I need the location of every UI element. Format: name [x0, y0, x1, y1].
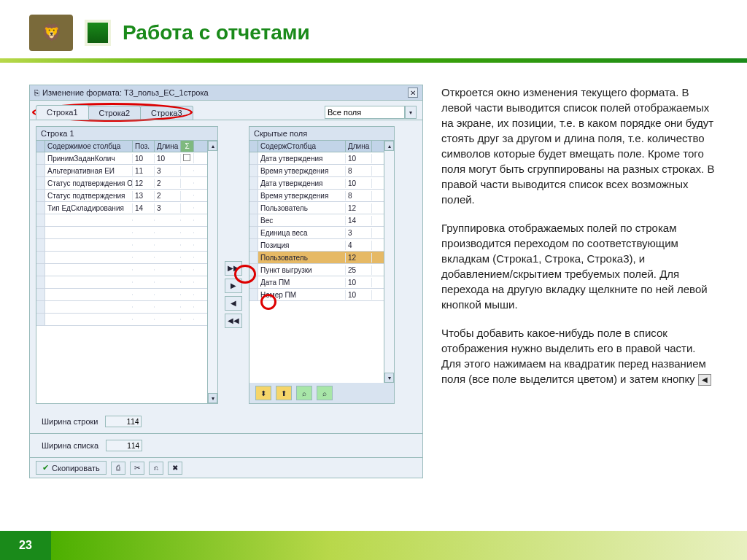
row-handle[interactable]	[36, 202, 45, 214]
row-handle[interactable]	[249, 252, 258, 263]
row-handle[interactable]	[36, 301, 45, 313]
table-row[interactable]	[36, 227, 207, 239]
col-content[interactable]: Содержимое столбца	[45, 141, 133, 152]
table-row[interactable]: Альтернативная ЕИ113	[36, 165, 207, 177]
find-icon[interactable]: ⌕	[296, 386, 312, 400]
cell-name: Статус подтверждения Отг	[45, 179, 133, 188]
toolbar-icon-1[interactable]: ⎙	[111, 462, 125, 475]
row-handle[interactable]	[36, 177, 45, 189]
right-scrollbar[interactable]: ▴▾	[384, 141, 394, 383]
toolbar-icon-3[interactable]: ⎌	[149, 462, 163, 475]
cell-len	[155, 269, 181, 271]
cell-len: 8	[346, 191, 372, 201]
row-handle[interactable]	[36, 214, 45, 226]
table-row[interactable]	[36, 239, 207, 252]
col-len-r[interactable]: Длина	[346, 141, 372, 152]
row-handle[interactable]	[36, 152, 45, 164]
tab-row1[interactable]: Строка1	[36, 105, 89, 120]
table-row[interactable]	[36, 214, 207, 227]
left-scrollbar[interactable]: ▴▾	[207, 141, 217, 403]
sort-desc-icon[interactable]: ⬆	[276, 386, 292, 400]
toolbar-icon-2[interactable]: ✂	[130, 462, 144, 475]
cell-len: 2	[155, 191, 181, 201]
table-row[interactable]	[36, 289, 207, 301]
table-row[interactable]: Номер ПМ10	[249, 289, 384, 301]
sort-asc-icon[interactable]: ⬍	[255, 386, 271, 400]
width-list-input[interactable]	[106, 440, 142, 451]
move-all-right-button[interactable]: ▶▶	[225, 261, 242, 276]
row-handle[interactable]	[249, 227, 258, 238]
table-row[interactable]	[36, 301, 207, 314]
table-row[interactable]	[36, 314, 207, 326]
footer-gradient	[51, 531, 747, 560]
col-sigma[interactable]: Σ	[181, 141, 194, 152]
table-row[interactable]: Единица веса3	[249, 227, 384, 239]
cell-name: Позиция	[258, 241, 346, 250]
tab-row2[interactable]: Строка2	[88, 106, 142, 120]
cell-len: 3	[346, 228, 372, 238]
col-pos[interactable]: Поз.	[133, 141, 155, 152]
row-handle[interactable]	[249, 276, 258, 288]
dropdown-icon[interactable]: ▾	[405, 106, 417, 119]
cell-sigma	[181, 182, 194, 184]
row-handle[interactable]	[36, 227, 45, 238]
cell-name: Альтернативная ЕИ	[45, 166, 133, 176]
table-row[interactable]: Позиция4	[249, 239, 384, 252]
find-next-icon[interactable]: ⌕	[317, 386, 333, 400]
row-handle[interactable]	[36, 190, 45, 201]
cell-len: 12	[346, 203, 372, 213]
table-row[interactable]: Тип ЕдСкладирования143	[36, 202, 207, 214]
width-row-input[interactable]	[105, 416, 142, 427]
row-handle[interactable]	[249, 165, 258, 176]
col-len[interactable]: Длина	[155, 141, 181, 152]
row-handle[interactable]	[36, 264, 45, 276]
row-handle[interactable]	[249, 202, 258, 214]
table-row[interactable]: Дата ПМ10	[249, 276, 384, 289]
col-content-r[interactable]: СодержСтолбца	[258, 141, 346, 152]
cell-sigma	[181, 232, 194, 233]
tab-row3[interactable]: Строка3	[140, 106, 193, 120]
table-row[interactable]: Статус подтверждения132	[36, 190, 207, 202]
move-right-button[interactable]: ▶	[225, 279, 242, 293]
row-handle[interactable]	[36, 276, 45, 288]
table-row[interactable]: Статус подтверждения Отг122	[36, 177, 207, 190]
table-row[interactable]	[36, 264, 207, 276]
cell-name: Время утверждения	[258, 191, 346, 201]
row-handle[interactable]	[36, 165, 45, 176]
explain-p2: Группировка отображаемых полей по строка…	[441, 220, 718, 312]
move-all-left-button[interactable]: ◀◀	[225, 314, 242, 328]
table-row[interactable]: Пункт выгрузки25	[249, 264, 384, 276]
row-handle[interactable]	[36, 252, 45, 263]
table-row[interactable]: Пользователь12	[249, 252, 384, 264]
row-handle[interactable]	[249, 152, 258, 164]
row-handle[interactable]	[249, 289, 258, 300]
table-row[interactable]: Вес14	[249, 214, 384, 227]
table-row[interactable]: Время утверждения8	[249, 190, 384, 202]
move-left-button[interactable]: ◀	[225, 296, 242, 311]
table-row[interactable]: Дата утверждения10	[249, 177, 384, 190]
cell-pos	[133, 257, 155, 258]
cell-pos	[133, 319, 155, 320]
row-handle[interactable]	[36, 289, 45, 300]
row-handle[interactable]	[249, 177, 258, 189]
table-row[interactable]: Пользователь12	[249, 202, 384, 214]
table-row[interactable]	[36, 252, 207, 264]
row-handle[interactable]	[249, 190, 258, 201]
toolbar-icon-4[interactable]: ✖	[168, 462, 182, 475]
cell-len: 10	[155, 154, 181, 163]
cell-len	[155, 281, 181, 283]
row-handle[interactable]	[36, 239, 45, 251]
row-handle[interactable]	[36, 314, 45, 325]
row-handle[interactable]	[249, 214, 258, 226]
cell-name	[45, 294, 133, 295]
close-icon[interactable]: ✕	[408, 88, 418, 98]
table-row[interactable]: Дата утверждения10	[249, 152, 384, 165]
all-fields-input[interactable]	[325, 106, 405, 119]
row-handle[interactable]	[249, 264, 258, 276]
table-row[interactable]: Время утверждения8	[249, 165, 384, 177]
table-row[interactable]: ПринимЗаданКолич1010	[36, 152, 207, 165]
copy-button[interactable]: ✔ Скопировать	[36, 461, 107, 475]
table-row[interactable]	[36, 276, 207, 289]
row-handle[interactable]	[249, 239, 258, 251]
cell-pos: 11	[133, 166, 155, 176]
